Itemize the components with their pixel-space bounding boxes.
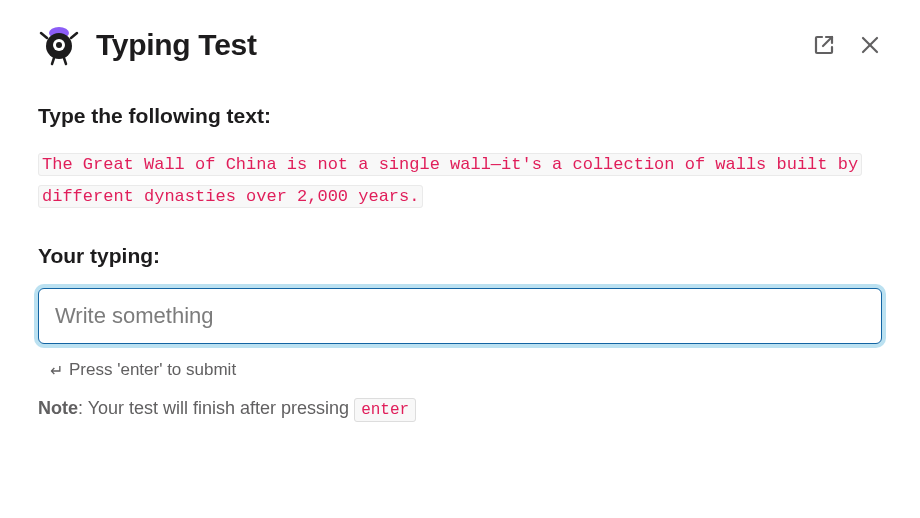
modal-title: Typing Test xyxy=(96,28,257,62)
target-text: The Great Wall of China is not a single … xyxy=(38,153,862,208)
svg-line-0 xyxy=(41,33,47,38)
close-icon[interactable] xyxy=(858,33,882,57)
typing-heading: Your typing: xyxy=(38,244,882,268)
note-label: Note xyxy=(38,398,78,418)
open-external-icon[interactable] xyxy=(812,33,836,57)
prompt-heading: Type the following text: xyxy=(38,104,882,128)
svg-line-7 xyxy=(64,58,66,64)
note-text: : Your test will finish after pressing xyxy=(78,398,354,418)
note-row: Note: Your test will finish after pressi… xyxy=(38,398,882,419)
target-text-block: The Great Wall of China is not a single … xyxy=(38,148,882,212)
typing-input[interactable] xyxy=(38,288,882,344)
enter-arrow-icon: ↵ xyxy=(50,361,63,380)
hint-row: ↵ Press 'enter' to submit xyxy=(38,354,882,380)
svg-line-6 xyxy=(52,58,54,64)
svg-line-1 xyxy=(71,33,77,38)
app-icon xyxy=(38,24,80,66)
svg-point-5 xyxy=(56,42,62,48)
note-code: enter xyxy=(354,398,416,422)
hint-text: Press 'enter' to submit xyxy=(69,360,236,380)
